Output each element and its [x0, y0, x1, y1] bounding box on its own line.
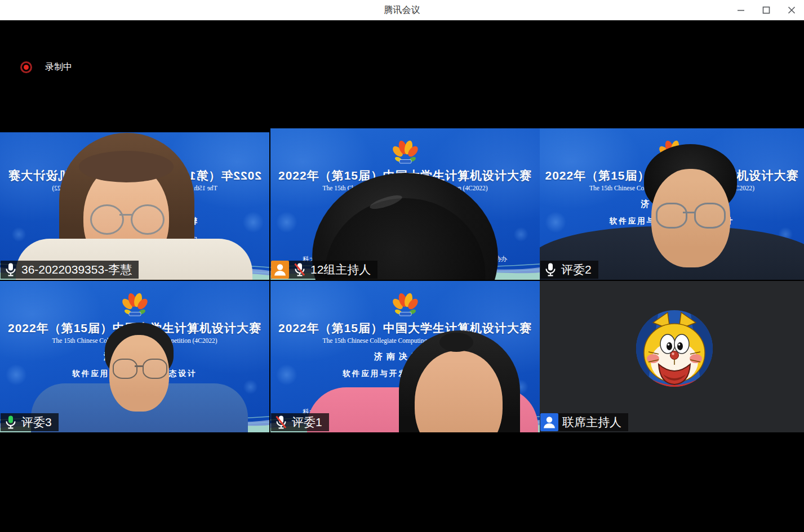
- participant-name-label: 12组主持人: [271, 261, 377, 279]
- video-tile-judge2[interactable]: 2022年（第15届）中国大学生计算机设计大赛 The 15th Chinese…: [540, 128, 804, 280]
- mic-muted-icon: [293, 262, 307, 277]
- minimize-button[interactable]: [728, 0, 753, 20]
- maximize-icon: [762, 6, 770, 14]
- recording-label: 录制中: [45, 61, 72, 73]
- participant-silhouette: [540, 128, 804, 280]
- participant-name: 评委1: [292, 414, 322, 430]
- minimize-icon: [737, 6, 745, 14]
- participant-silhouette: [270, 128, 540, 280]
- participant-name-label: 联席主持人: [540, 413, 628, 431]
- window-controls: [728, 0, 804, 20]
- video-letterbox: [0, 128, 269, 132]
- mic-speaking-icon: [4, 415, 17, 430]
- video-tile-judge1[interactable]: 2022年（第15届）中国大学生计算机设计大赛 The 15th Chinese…: [270, 281, 540, 432]
- mic-muted-icon: [274, 415, 288, 430]
- participant-silhouette: [0, 281, 269, 432]
- avatar: [636, 310, 713, 387]
- cohost-badge-icon: [540, 413, 558, 431]
- participant-name: 评委3: [21, 414, 52, 430]
- video-tile-judge3[interactable]: 2022年（第15届）中国大学生计算机设计大赛 The 15th Chinese…: [0, 281, 269, 432]
- close-button[interactable]: [779, 0, 804, 20]
- mic-icon: [544, 262, 557, 277]
- participant-name-label: 评委1: [271, 413, 329, 431]
- participant-name: 评委2: [561, 262, 592, 278]
- participant-name: 36-2022039353-李慧: [21, 262, 132, 278]
- participant-name-label: 评委3: [1, 413, 59, 431]
- participant-name-label: 36-2022039353-李慧: [1, 261, 139, 279]
- participant-name: 联席主持人: [562, 414, 621, 430]
- window-title: 腾讯会议: [0, 0, 804, 20]
- participant-silhouette: [270, 281, 540, 432]
- maximize-button[interactable]: [753, 0, 779, 20]
- mic-icon: [4, 262, 17, 277]
- participant-silhouette: [0, 128, 269, 280]
- participant-name-label: 评委2: [540, 261, 598, 279]
- record-dot-icon: [20, 61, 32, 73]
- video-tile-cohost[interactable]: 联席主持人: [540, 281, 804, 432]
- recording-indicator: 录制中: [20, 61, 72, 73]
- window-titlebar: 腾讯会议: [0, 0, 804, 20]
- video-tile-group12-host[interactable]: 2022年（第15届）中国大学生计算机设计大赛 The 15th Chinese…: [270, 128, 540, 280]
- host-badge-icon: [271, 261, 289, 279]
- participant-name: 12组主持人: [310, 262, 371, 278]
- video-tile-li-hui[interactable]: 2022年（第15届）中国大学生计算机设计大赛 The 15th Chinese…: [0, 128, 269, 280]
- close-icon: [788, 6, 796, 14]
- cartoon-cat-avatar-icon: [636, 310, 713, 387]
